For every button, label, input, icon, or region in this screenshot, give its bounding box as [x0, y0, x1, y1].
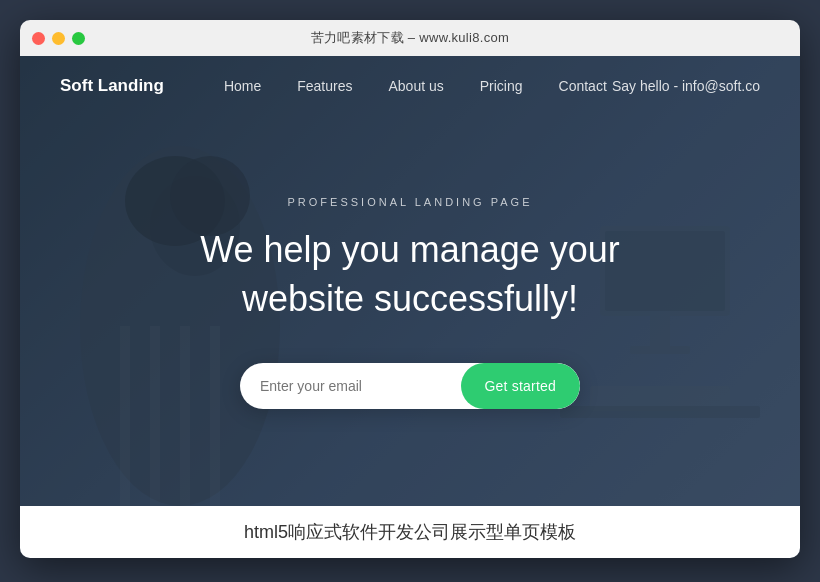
nav-about[interactable]: About us — [388, 78, 443, 94]
nav-brand[interactable]: Soft Landing — [60, 76, 164, 96]
nav-pricing[interactable]: Pricing — [480, 78, 523, 94]
email-input[interactable] — [240, 363, 461, 409]
hero-form: Get started — [20, 363, 800, 409]
browser-window: 苦力吧素材下载 – www.kuli8.com — [20, 20, 800, 558]
hero-title: We help you manage your website successf… — [160, 226, 660, 323]
browser-titlebar: 苦力吧素材下载 – www.kuli8.com — [20, 20, 800, 56]
nav-links: Home Features About us Pricing Contact — [224, 78, 612, 94]
website: Soft Landing Home Features About us Pric… — [20, 56, 800, 558]
nav-contact[interactable]: Contact — [559, 78, 607, 94]
nav-features[interactable]: Features — [297, 78, 352, 94]
hero-subtitle: Professional Landing Page — [20, 196, 800, 208]
footer-bar: html5响应式软件开发公司展示型单页模板 — [20, 506, 800, 558]
nav-email: Say hello - info@soft.co — [612, 78, 760, 94]
email-input-wrapper: Get started — [240, 363, 580, 409]
hero-content: Professional Landing Page We help you ma… — [20, 116, 800, 409]
nav-home[interactable]: Home — [224, 78, 261, 94]
minimize-btn[interactable] — [52, 32, 65, 45]
navbar: Soft Landing Home Features About us Pric… — [20, 56, 800, 116]
browser-url: 苦力吧素材下载 – www.kuli8.com — [311, 29, 509, 47]
hero-section: Soft Landing Home Features About us Pric… — [20, 56, 800, 506]
footer-text: html5响应式软件开发公司展示型单页模板 — [244, 520, 576, 544]
close-btn[interactable] — [32, 32, 45, 45]
get-started-button[interactable]: Get started — [461, 363, 580, 409]
maximize-btn[interactable] — [72, 32, 85, 45]
browser-controls — [32, 32, 85, 45]
